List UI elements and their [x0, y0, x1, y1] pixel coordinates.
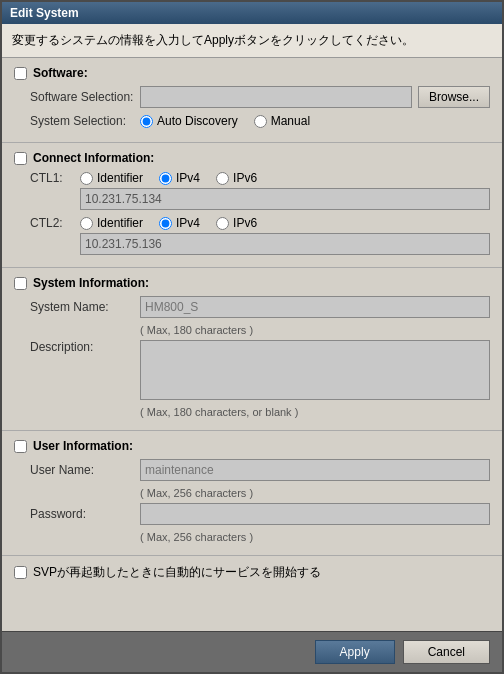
- ctl1-row: CTL1: Identifier IPv4 IPv6: [30, 171, 490, 185]
- auto-discovery-radio[interactable]: [140, 115, 153, 128]
- ctl2-ip-row: [30, 233, 490, 255]
- software-selection-label: Software Selection:: [30, 90, 140, 104]
- manual-option[interactable]: Manual: [254, 114, 310, 128]
- manual-label: Manual: [271, 114, 310, 128]
- svp-row: SVPが再起動したときに自動的にサービスを開始する: [2, 556, 502, 589]
- manual-radio[interactable]: [254, 115, 267, 128]
- ctl2-ipv6-option[interactable]: IPv6: [216, 216, 257, 230]
- ctl1-ipv6-option[interactable]: IPv6: [216, 171, 257, 185]
- ctl2-ipv4-label: IPv4: [176, 216, 200, 230]
- system-name-hint: ( Max, 180 characters ): [14, 324, 490, 336]
- password-input[interactable]: [140, 503, 490, 525]
- ctl2-identifier-label: Identifier: [97, 216, 143, 230]
- system-name-label: System Name:: [30, 300, 140, 314]
- username-input[interactable]: [140, 459, 490, 481]
- system-info-checkbox[interactable]: [14, 277, 27, 290]
- description-hint: ( Max, 180 characters, or blank ): [14, 406, 490, 418]
- system-selection-row: System Selection: Auto Discovery Manual: [14, 114, 490, 128]
- form-content: Software: Software Selection: Browse... …: [2, 58, 502, 631]
- software-selection-row: Software Selection: Browse...: [14, 86, 490, 108]
- ctl1-ipv4-radio[interactable]: [159, 172, 172, 185]
- ctl1-ipv4-option[interactable]: IPv4: [159, 171, 200, 185]
- software-selection-input[interactable]: [140, 86, 412, 108]
- username-row: User Name:: [14, 459, 490, 481]
- system-selection-label: System Selection:: [30, 114, 140, 128]
- ctl1-ipv6-label: IPv6: [233, 171, 257, 185]
- ctl1-identifier-option[interactable]: Identifier: [80, 171, 143, 185]
- ctl2-ipv6-radio[interactable]: [216, 217, 229, 230]
- user-info-header: User Information:: [14, 439, 490, 453]
- system-info-header: System Information:: [14, 276, 490, 290]
- ctl2-ip-input[interactable]: [80, 233, 490, 255]
- ctl1-ip-input[interactable]: [80, 188, 490, 210]
- ctl2-ipv4-option[interactable]: IPv4: [159, 216, 200, 230]
- software-section-header: Software:: [14, 66, 490, 80]
- ctl1-label: CTL1:: [30, 171, 80, 185]
- ctl2-identifier-radio[interactable]: [80, 217, 93, 230]
- ctl1-radio-group: Identifier IPv4 IPv6: [80, 171, 257, 185]
- description-input[interactable]: [140, 340, 490, 400]
- system-name-input[interactable]: [140, 296, 490, 318]
- description-row: Description:: [30, 340, 490, 400]
- user-info-title: User Information:: [33, 439, 133, 453]
- connect-section-title: Connect Information:: [33, 151, 154, 165]
- connect-section: Connect Information: CTL1: Identifier IP…: [2, 143, 502, 268]
- ctl2-block: CTL2: Identifier IPv4 IPv6: [14, 216, 490, 255]
- system-info-title: System Information:: [33, 276, 149, 290]
- footer: Apply Cancel: [2, 631, 502, 672]
- username-label: User Name:: [30, 463, 140, 477]
- auto-discovery-option[interactable]: Auto Discovery: [140, 114, 238, 128]
- ctl2-row: CTL2: Identifier IPv4 IPv6: [30, 216, 490, 230]
- cancel-button[interactable]: Cancel: [403, 640, 490, 664]
- description-label: Description:: [30, 340, 140, 354]
- window-title: Edit System: [10, 6, 79, 20]
- connect-section-header: Connect Information:: [14, 151, 490, 165]
- browse-button[interactable]: Browse...: [418, 86, 490, 108]
- ctl2-radio-group: Identifier IPv4 IPv6: [80, 216, 257, 230]
- user-info-section: User Information: User Name: ( Max, 256 …: [2, 431, 502, 556]
- connect-checkbox[interactable]: [14, 152, 27, 165]
- system-name-row: System Name:: [14, 296, 490, 318]
- system-selection-radio-group: Auto Discovery Manual: [140, 114, 310, 128]
- title-bar: Edit System: [2, 2, 502, 24]
- apply-button[interactable]: Apply: [315, 640, 395, 664]
- software-checkbox[interactable]: [14, 67, 27, 80]
- software-section-title: Software:: [33, 66, 88, 80]
- ctl1-identifier-label: Identifier: [97, 171, 143, 185]
- ctl1-ipv6-radio[interactable]: [216, 172, 229, 185]
- software-section: Software: Software Selection: Browse... …: [2, 58, 502, 143]
- ctl1-block: CTL1: Identifier IPv4 IPv6: [14, 171, 490, 210]
- username-hint: ( Max, 256 characters ): [14, 487, 490, 499]
- password-hint: ( Max, 256 characters ): [14, 531, 490, 543]
- description-block: Description:: [14, 340, 490, 400]
- ctl2-label: CTL2:: [30, 216, 80, 230]
- password-row: Password:: [14, 503, 490, 525]
- ctl1-ipv4-label: IPv4: [176, 171, 200, 185]
- system-info-section: System Information: System Name: ( Max, …: [2, 268, 502, 431]
- svp-label: SVPが再起動したときに自動的にサービスを開始する: [33, 564, 321, 581]
- password-label: Password:: [30, 507, 140, 521]
- auto-discovery-label: Auto Discovery: [157, 114, 238, 128]
- ctl2-identifier-option[interactable]: Identifier: [80, 216, 143, 230]
- edit-system-window: Edit System 変更するシステムの情報を入力してApplyボタンをクリッ…: [0, 0, 504, 674]
- ctl2-ipv4-radio[interactable]: [159, 217, 172, 230]
- ctl1-ip-row: [30, 188, 490, 210]
- ctl1-identifier-radio[interactable]: [80, 172, 93, 185]
- ctl2-ipv6-label: IPv6: [233, 216, 257, 230]
- info-bar: 変更するシステムの情報を入力してApplyボタンをクリックしてください。: [2, 24, 502, 58]
- user-info-checkbox[interactable]: [14, 440, 27, 453]
- info-text: 変更するシステムの情報を入力してApplyボタンをクリックしてください。: [12, 33, 414, 47]
- svp-checkbox[interactable]: [14, 566, 27, 579]
